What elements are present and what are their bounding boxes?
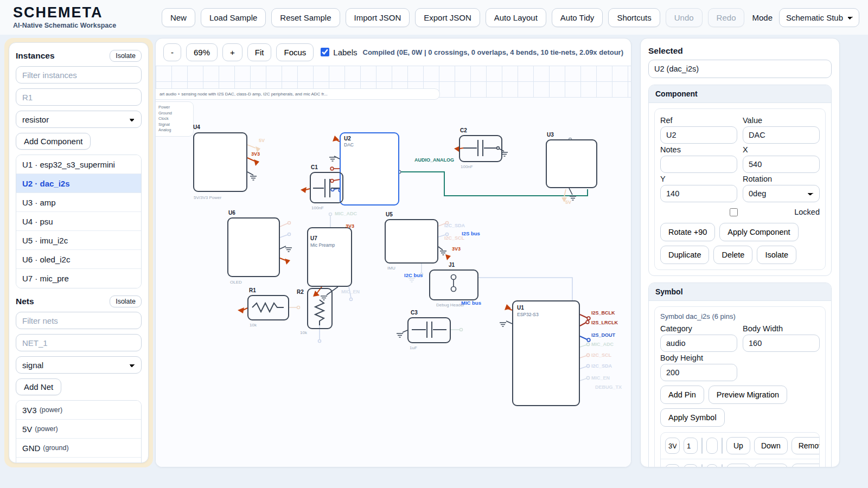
pin-number-input[interactable] [684,438,698,454]
focus-button[interactable]: Focus [276,43,314,61]
import-json-button[interactable]: Import JSON [346,8,410,27]
schematic-canvas[interactable]: art audio + sensing node with I2S DAC, c… [156,66,631,467]
instance-item-u6[interactable]: U6 · oled_i2c [16,250,141,269]
load-sample-button[interactable]: Load Sample [201,8,266,27]
component-u6[interactable] [227,217,280,277]
delete-button[interactable]: Delete [713,246,752,264]
pin-down-button[interactable]: Down [754,464,788,467]
net-item-i2s-bclk[interactable]: I2S_BCLK(clock) [16,458,141,463]
pin-number-input[interactable] [684,464,698,467]
rotation-select[interactable]: 0deg [743,185,820,202]
x-field[interactable] [743,156,820,173]
instance-item-u3[interactable]: U3 · amp [16,193,141,212]
pin-name-input[interactable] [665,464,680,467]
canvas-panel: - 69% + Fit Focus Labels Compiled (0E, 0… [155,38,631,467]
new-ref-input[interactable] [16,88,142,106]
pin-side-select[interactable] [701,464,703,467]
instance-item-u7[interactable]: U7 · mic_pre [16,269,141,288]
pin-name-input[interactable] [665,438,680,454]
add-component-button[interactable]: Add Component [16,133,91,150]
category-field[interactable] [660,335,737,352]
rotate-button[interactable]: Rotate +90 [660,223,715,241]
locked-checkbox[interactable] [730,208,738,216]
pin-net-input[interactable] [706,464,718,467]
component-c1[interactable] [310,172,343,203]
filter-instances-input[interactable] [16,66,142,84]
net-label-3v3: 3V3 [452,246,461,252]
new-button[interactable]: New [162,8,195,27]
zoom-out-button[interactable]: - [163,43,181,61]
net-label-mic-adc: MIC_ADC [591,342,614,347]
instance-item-u4[interactable]: U4 · psu [16,212,141,231]
mode-select[interactable]: Schematic Stub [779,8,859,27]
pin-side-select[interactable] [701,438,703,454]
selected-title: Selected [648,46,832,56]
pin-net-input[interactable] [706,438,718,454]
component-j1[interactable] [429,269,478,300]
instance-item-u5[interactable]: U5 · imu_i2c [16,231,141,250]
new-net-input[interactable] [16,334,142,351]
pin-remove-button[interactable]: Remove [792,464,820,467]
auto-tidy-button[interactable]: Auto Tidy [552,8,603,27]
pin-type-select[interactable] [722,438,723,454]
value-label: 10k [300,330,307,335]
shortcuts-button[interactable]: Shortcuts [608,8,660,27]
pins-list: Up Down Remove Up Down Remove [660,432,820,467]
apply-symbol-button[interactable]: Apply Symbol [660,408,725,427]
pin-stub-icon [330,167,340,170]
pin-stub-icon [451,329,463,331]
y-field[interactable] [660,185,737,202]
value-field[interactable] [743,126,820,144]
component-r2[interactable] [307,288,333,329]
component-u5[interactable] [385,219,438,264]
reset-sample-button[interactable]: Reset Sample [271,8,340,27]
zoom-level-button[interactable]: 69% [186,43,218,61]
net-item-3v3[interactable]: 3V3(power) [16,401,141,420]
apply-component-button[interactable]: Apply Component [719,223,798,241]
ref-label: J1 [449,262,455,268]
value-label: OLED [230,280,242,285]
instance-item-u2[interactable]: U2 · dac_i2s [16,174,141,193]
sub-label: Mic Preamp [310,242,335,248]
pin-remove-button[interactable]: Remove [792,437,820,454]
zoom-in-button[interactable]: + [222,43,242,61]
fit-button[interactable]: Fit [247,43,272,61]
filter-nets-input[interactable] [16,312,142,329]
isolate-button[interactable]: Isolate [757,246,796,264]
body-width-field[interactable] [743,335,820,352]
instances-isolate-button[interactable]: Isolate [110,50,142,62]
pin-stub-icon [580,336,590,342]
nets-isolate-button[interactable]: Isolate [110,296,142,307]
add-pin-button[interactable]: Add Pin [660,386,704,404]
net-item-gnd[interactable]: GND(ground) [16,439,141,458]
component-u3[interactable] [546,139,597,188]
component-type-select[interactable]: resistor [16,111,142,128]
body-height-field[interactable] [660,364,737,381]
component-c2[interactable] [459,135,502,162]
export-json-button[interactable]: Export JSON [415,8,480,27]
redo-button[interactable]: Redo [708,8,745,27]
labels-checkbox[interactable] [321,48,329,56]
pin-down-button[interactable]: Down [754,437,788,454]
left-sidebar-highlight: Instances Isolate resistor Add Component… [4,38,153,467]
notes-field[interactable] [660,156,737,173]
pin-type-select[interactable] [722,464,723,467]
value-label: IMU [387,266,395,271]
instance-item-u1[interactable]: U1 · esp32_s3_supermini [16,155,141,174]
duplicate-button[interactable]: Duplicate [660,246,709,264]
component-u4[interactable] [193,132,247,192]
auto-layout-button[interactable]: Auto Layout [486,8,546,27]
ref-label: C3 [411,310,418,316]
ref-field[interactable] [660,126,737,144]
labels-toggle[interactable]: Labels [321,48,357,57]
component-r1[interactable] [247,295,289,320]
net-item-5v[interactable]: 5V(power) [16,420,141,439]
selected-input[interactable] [648,60,832,78]
add-net-button[interactable]: Add Net [16,378,61,395]
pin-up-button[interactable]: Up [726,437,750,454]
net-type-select[interactable]: signal [16,356,142,374]
preview-migration-button[interactable]: Preview Migration [709,386,787,404]
component-c3[interactable] [407,317,451,343]
undo-button[interactable]: Undo [666,8,703,27]
pin-up-button[interactable]: Up [726,464,750,467]
